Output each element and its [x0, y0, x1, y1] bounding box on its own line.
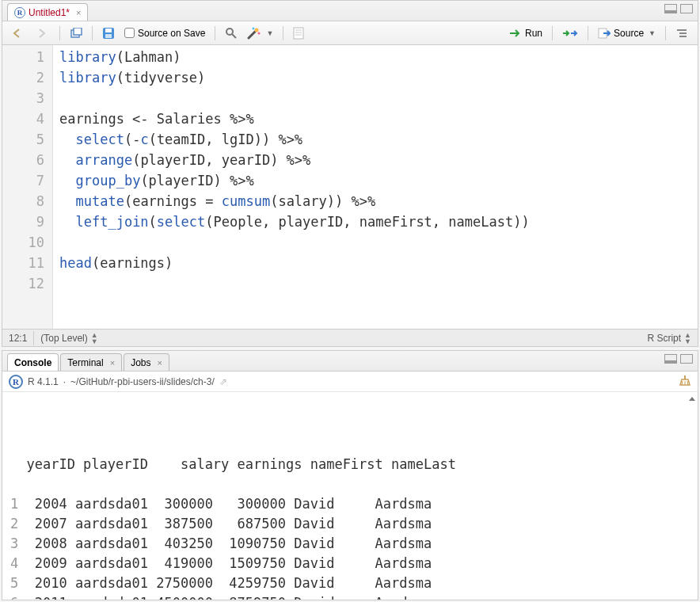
source-tabstrip: R Untitled1* × [2, 1, 698, 21]
source-on-save-label: Source on Save [138, 28, 205, 39]
run-button[interactable]: Run [506, 26, 546, 40]
source-on-save-checkbox[interactable]: Source on Save [121, 26, 208, 40]
rerun-button[interactable] [559, 27, 581, 40]
console-pane: Console Terminal × Jobs × R R 4.1.1 · ~/… [2, 350, 698, 600]
source-pane: R Untitled1* × Source on Save [2, 0, 698, 347]
svg-point-8 [258, 32, 261, 34]
console-tabstrip: Console Terminal × Jobs × [2, 351, 698, 371]
svg-rect-1 [74, 28, 82, 35]
updown-icon: ▲▼ [91, 332, 98, 345]
source-toolbar: Source on Save ▼ Run Source ▼ [2, 21, 698, 45]
language-selector[interactable]: R Script ▲▼ [647, 332, 691, 345]
show-in-new-window-button[interactable] [67, 26, 86, 40]
code-tools-button[interactable]: ▼ [244, 25, 276, 41]
source-statusbar: 12:1 (Top Level) ▲▼ R Script ▲▼ [2, 329, 698, 346]
source-label: Source [614, 28, 644, 39]
close-tab-icon[interactable]: × [76, 8, 81, 17]
tab-terminal-label: Terminal [67, 357, 103, 368]
r-logo-icon: R [9, 375, 23, 389]
svg-point-9 [253, 27, 255, 29]
svg-rect-3 [105, 29, 112, 32]
svg-rect-4 [105, 34, 112, 38]
r-file-icon: R [14, 7, 25, 18]
scope-label: (Top Level) [40, 333, 87, 344]
forward-button[interactable] [32, 26, 53, 40]
line-gutter: 123456789101112 [2, 45, 53, 329]
wd-popout-icon[interactable]: ⇗ [219, 376, 227, 387]
compile-report-button[interactable] [290, 25, 307, 41]
cursor-position: 12:1 [9, 333, 27, 344]
console-output[interactable]: yearID playerID salary earnings nameFirs… [2, 392, 698, 600]
updown-icon: ▲▼ [684, 332, 691, 345]
close-tab-icon[interactable]: × [110, 358, 115, 368]
checkbox-icon [124, 28, 135, 38]
code-editor[interactable]: 123456789101112 library(Lahman)library(t… [2, 45, 698, 329]
outline-button[interactable] [672, 26, 691, 40]
maximize-pane-icon[interactable] [680, 4, 693, 13]
dropdown-caret-icon: ▼ [649, 29, 656, 37]
language-label: R Script [647, 333, 681, 344]
back-button[interactable] [9, 26, 29, 40]
clear-console-icon[interactable] [679, 374, 691, 389]
find-button[interactable] [222, 25, 241, 41]
tab-title: Untitled1* [29, 7, 70, 18]
minimize-pane-icon[interactable] [664, 4, 677, 13]
console-infobar: R R 4.1.1 · ~/GitHub/r-pbi-users-ii/slid… [2, 371, 698, 392]
working-directory[interactable]: ~/GitHub/r-pbi-users-ii/slides/ch-3/ [70, 376, 215, 387]
scroll-up-icon[interactable] [688, 395, 696, 403]
r-version: R 4.1.1 [28, 376, 59, 387]
source-button[interactable]: Source ▼ [595, 26, 659, 40]
tab-console-label: Console [14, 357, 51, 368]
svg-rect-10 [294, 28, 303, 39]
tab-jobs-label: Jobs [131, 357, 150, 368]
maximize-pane-icon[interactable] [680, 354, 693, 364]
close-tab-icon[interactable]: × [158, 358, 162, 368]
tab-jobs[interactable]: Jobs × [124, 353, 169, 371]
save-button[interactable] [99, 25, 118, 41]
minimize-pane-icon[interactable] [664, 354, 677, 364]
svg-point-7 [255, 28, 259, 32]
svg-line-6 [232, 34, 236, 38]
code-area[interactable]: library(Lahman)library(tidyverse) earnin… [53, 45, 698, 329]
scope-selector[interactable]: (Top Level) ▲▼ [40, 332, 97, 345]
run-label: Run [525, 28, 542, 39]
wd-separator: · [63, 376, 66, 387]
source-tab[interactable]: R Untitled1* × [7, 3, 88, 21]
tab-terminal[interactable]: Terminal × [60, 353, 122, 371]
tab-console[interactable]: Console [7, 353, 59, 371]
svg-point-5 [226, 29, 233, 35]
dropdown-caret-icon: ▼ [266, 29, 273, 37]
